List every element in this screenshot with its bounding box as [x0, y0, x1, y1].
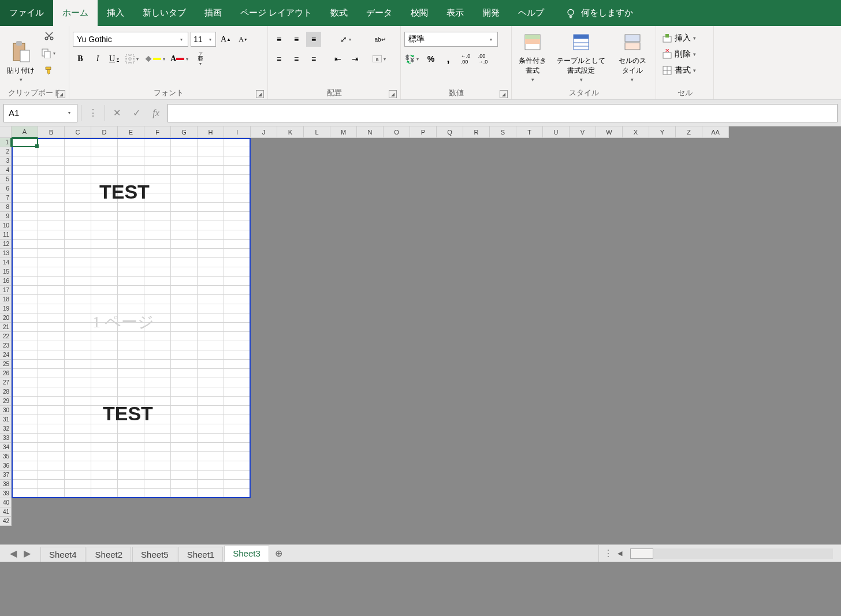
cell[interactable]: [224, 166, 251, 175]
cell[interactable]: [91, 258, 118, 267]
format-cells-button[interactable]: 書式▾: [660, 63, 698, 78]
tab-insert[interactable]: 挿入: [98, 0, 133, 26]
cell[interactable]: [224, 452, 251, 461]
cell[interactable]: [384, 230, 410, 240]
cell[interactable]: [118, 369, 144, 378]
col-header-K[interactable]: K: [277, 126, 304, 138]
cell[interactable]: [463, 434, 490, 443]
cell[interactable]: [437, 434, 463, 443]
cell[interactable]: [304, 461, 330, 471]
cell[interactable]: [410, 332, 437, 341]
cell[interactable]: [543, 240, 570, 249]
cell[interactable]: [12, 221, 38, 230]
cell[interactable]: [171, 360, 198, 369]
cell[interactable]: [38, 424, 65, 434]
font-launcher[interactable]: ◢: [256, 90, 264, 98]
cell[interactable]: [118, 258, 144, 267]
paste-button[interactable]: 貼り付け ▾: [3, 28, 38, 84]
cell[interactable]: [251, 434, 277, 443]
cell[interactable]: [198, 498, 224, 507]
cell[interactable]: [304, 498, 330, 507]
cell[interactable]: [702, 323, 729, 332]
cell[interactable]: [224, 138, 251, 147]
cell[interactable]: [12, 378, 38, 387]
cell[interactable]: [649, 471, 676, 480]
cell[interactable]: [516, 258, 543, 267]
cell[interactable]: [277, 258, 304, 267]
cell[interactable]: [304, 249, 330, 258]
cell[interactable]: [570, 360, 596, 369]
cell[interactable]: [357, 415, 384, 424]
cell[interactable]: [251, 332, 277, 341]
cell[interactable]: [490, 443, 516, 452]
cell[interactable]: [65, 175, 91, 184]
cell[interactable]: [463, 304, 490, 313]
cell[interactable]: [65, 286, 91, 295]
cell[interactable]: [198, 489, 224, 498]
cell[interactable]: [304, 166, 330, 175]
cell[interactable]: [463, 249, 490, 258]
number-launcher[interactable]: ◢: [500, 90, 508, 98]
cell[interactable]: [171, 498, 198, 507]
cell[interactable]: [490, 277, 516, 286]
cell[interactable]: [277, 249, 304, 258]
cell[interactable]: [384, 147, 410, 156]
cell[interactable]: [224, 147, 251, 156]
cell[interactable]: [12, 313, 38, 323]
cell[interactable]: [198, 323, 224, 332]
cell[interactable]: [251, 193, 277, 203]
cell[interactable]: [676, 184, 702, 193]
row-header-21[interactable]: 21: [0, 323, 12, 332]
cell[interactable]: [384, 249, 410, 258]
cell[interactable]: [330, 184, 357, 193]
cell[interactable]: [91, 267, 118, 277]
row-header-29[interactable]: 29: [0, 397, 12, 406]
cell[interactable]: [330, 424, 357, 434]
row-header-2[interactable]: 2: [0, 147, 12, 156]
cell[interactable]: [198, 267, 224, 277]
cell[interactable]: [91, 360, 118, 369]
cell[interactable]: [198, 230, 224, 240]
cell[interactable]: [649, 267, 676, 277]
scroll-track[interactable]: [630, 548, 833, 559]
cell[interactable]: [277, 230, 304, 240]
cell[interactable]: [410, 277, 437, 286]
cell[interactable]: [38, 434, 65, 443]
cell[interactable]: [171, 203, 198, 212]
cell[interactable]: [330, 507, 357, 517]
cell[interactable]: [490, 323, 516, 332]
cell[interactable]: [649, 406, 676, 415]
cell[interactable]: [144, 221, 171, 230]
cell[interactable]: [198, 175, 224, 184]
cell[interactable]: [570, 434, 596, 443]
cell[interactable]: [38, 350, 65, 360]
cell[interactable]: [65, 147, 91, 156]
cell[interactable]: [596, 166, 623, 175]
cell[interactable]: [516, 193, 543, 203]
cell[interactable]: [251, 184, 277, 193]
cell[interactable]: [144, 240, 171, 249]
cell[interactable]: [198, 332, 224, 341]
cell[interactable]: [304, 323, 330, 332]
cell[interactable]: [649, 221, 676, 230]
cell[interactable]: [144, 498, 171, 507]
cell[interactable]: [649, 184, 676, 193]
cell[interactable]: [91, 443, 118, 452]
cell[interactable]: [277, 350, 304, 360]
cell[interactable]: [384, 258, 410, 267]
cell[interactable]: [676, 221, 702, 230]
cell[interactable]: [437, 443, 463, 452]
cell[interactable]: [251, 286, 277, 295]
cell[interactable]: [702, 406, 729, 415]
cell[interactable]: [198, 397, 224, 406]
cell[interactable]: [543, 350, 570, 360]
cell[interactable]: [676, 507, 702, 517]
cell[interactable]: [596, 286, 623, 295]
cell[interactable]: [144, 193, 171, 203]
cell[interactable]: [649, 461, 676, 471]
cell[interactable]: [649, 193, 676, 203]
cell[interactable]: [410, 323, 437, 332]
cell[interactable]: [437, 286, 463, 295]
cell[interactable]: [570, 323, 596, 332]
cell[interactable]: [12, 369, 38, 378]
